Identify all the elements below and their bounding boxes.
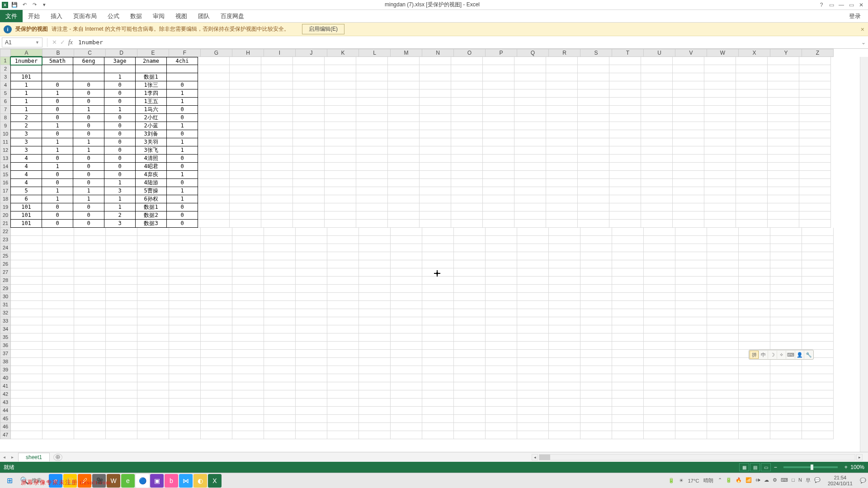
cell[interactable] [514, 155, 546, 163]
cell[interactable] [106, 309, 137, 317]
cell[interactable] [578, 89, 609, 98]
column-header[interactable]: N [422, 49, 454, 57]
row-header[interactable]: 37 [0, 350, 11, 358]
cell[interactable] [201, 309, 232, 317]
cell[interactable]: 0 [166, 203, 198, 211]
cell[interactable]: 1 [73, 195, 104, 203]
cell[interactable] [230, 195, 261, 203]
cell[interactable] [770, 407, 802, 415]
cell[interactable] [420, 146, 451, 155]
cell[interactable] [391, 399, 422, 407]
cell[interactable] [578, 187, 609, 195]
cell[interactable]: 3 [10, 130, 42, 138]
cell[interactable] [454, 333, 486, 342]
cell[interactable] [768, 203, 799, 211]
cell[interactable] [612, 358, 644, 366]
cell[interactable] [802, 285, 834, 293]
cell[interactable] [359, 277, 391, 285]
cell[interactable] [736, 98, 768, 106]
cell[interactable] [454, 325, 486, 333]
cell[interactable] [391, 252, 422, 260]
cell[interactable] [42, 317, 74, 325]
column-header[interactable]: C [74, 49, 106, 57]
cell[interactable] [135, 65, 167, 73]
cell[interactable] [169, 374, 201, 382]
cell[interactable] [673, 81, 704, 89]
cell[interactable] [707, 390, 739, 399]
cell[interactable] [264, 399, 296, 407]
cell[interactable] [261, 187, 293, 195]
cell[interactable] [296, 244, 327, 252]
cell[interactable] [169, 317, 201, 325]
cell[interactable]: 4 [10, 178, 42, 187]
cell[interactable] [137, 309, 169, 317]
cell[interactable] [673, 195, 704, 203]
cell[interactable] [198, 89, 230, 98]
cell[interactable] [675, 374, 707, 382]
cell[interactable] [514, 65, 546, 73]
cell[interactable]: 0 [73, 122, 104, 130]
protected-close-icon[interactable]: × [861, 26, 864, 33]
cell[interactable] [483, 138, 514, 146]
row-header[interactable]: 11 [0, 138, 11, 146]
cell[interactable] [325, 57, 356, 65]
cell[interactable]: 101 [10, 219, 42, 228]
cell[interactable] [451, 163, 483, 171]
cell[interactable] [391, 415, 422, 423]
cell[interactable] [296, 301, 327, 309]
cell[interactable] [137, 366, 169, 374]
cell[interactable] [325, 81, 356, 89]
cell[interactable]: 0 [42, 154, 73, 163]
cell[interactable] [486, 301, 517, 309]
cell[interactable] [198, 163, 230, 171]
cell[interactable] [264, 260, 296, 268]
cell[interactable] [454, 252, 486, 260]
cell[interactable] [388, 130, 420, 138]
cell[interactable] [327, 350, 359, 358]
cell[interactable] [736, 146, 768, 155]
cell[interactable] [483, 106, 514, 114]
cell[interactable]: 0 [73, 178, 104, 187]
cell[interactable] [770, 431, 802, 439]
cell[interactable] [770, 415, 802, 423]
cell[interactable] [422, 268, 454, 277]
cell[interactable] [327, 407, 359, 415]
cell[interactable] [42, 65, 73, 73]
cell[interactable] [704, 187, 736, 195]
cell[interactable] [704, 73, 736, 81]
cell[interactable] [327, 293, 359, 301]
name-box[interactable]: A1 ▼ [2, 38, 42, 47]
cell[interactable] [612, 382, 644, 390]
cell[interactable] [198, 203, 230, 211]
cell[interactable] [137, 293, 169, 301]
cell[interactable] [768, 106, 799, 114]
cell[interactable] [198, 73, 230, 81]
cell[interactable] [388, 98, 420, 106]
cell[interactable] [11, 382, 42, 390]
cell[interactable] [420, 57, 451, 65]
cell[interactable] [675, 325, 707, 333]
tab-data[interactable]: 数据 [125, 10, 147, 22]
row-header[interactable]: 25 [0, 252, 11, 260]
cell[interactable] [517, 415, 549, 423]
cell[interactable] [739, 415, 770, 423]
cell[interactable] [325, 203, 356, 211]
cell[interactable] [264, 236, 296, 244]
cell[interactable] [325, 130, 356, 138]
cell[interactable] [420, 81, 451, 89]
cell[interactable] [169, 293, 201, 301]
cell[interactable] [641, 73, 673, 81]
cell[interactable] [770, 293, 802, 301]
cell[interactable] [356, 114, 388, 122]
cell[interactable] [137, 277, 169, 285]
cell[interactable] [420, 89, 451, 98]
cell[interactable] [42, 358, 74, 366]
cell[interactable] [74, 399, 106, 407]
cell[interactable] [137, 423, 169, 431]
cell[interactable] [106, 236, 137, 244]
cell[interactable] [359, 317, 391, 325]
row-header[interactable]: 46 [0, 423, 11, 431]
cell[interactable] [359, 285, 391, 293]
cell[interactable] [612, 285, 644, 293]
cell[interactable] [359, 309, 391, 317]
